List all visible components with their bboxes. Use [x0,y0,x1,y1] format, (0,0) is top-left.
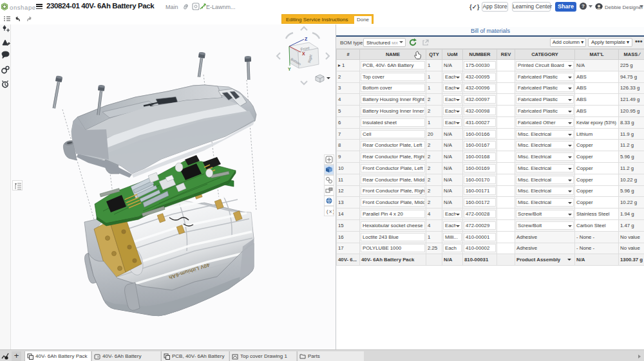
svg-text:Y: Y [288,67,291,71]
svg-text:(x): (x) [326,208,334,214]
svg-text:Z: Z [305,37,308,41]
svg-text:X: X [302,51,305,56]
